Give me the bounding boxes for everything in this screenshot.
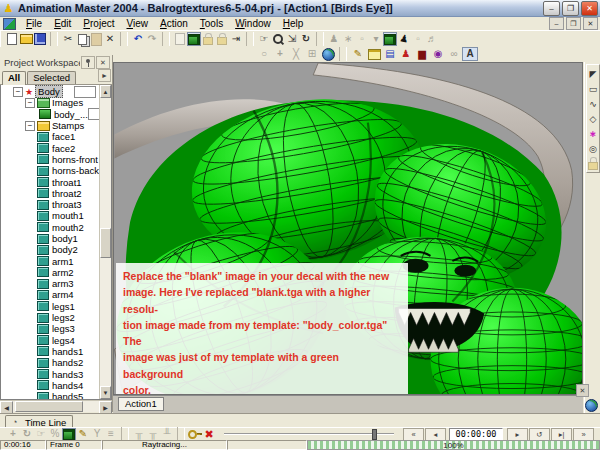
menu-item[interactable]: Window — [229, 18, 277, 30]
scroll-thumb[interactable] — [15, 401, 83, 412]
lock-tool-icon[interactable] — [587, 156, 600, 171]
move-manipulator-icon[interactable]: + — [272, 47, 288, 61]
window-mode-icon[interactable] — [366, 47, 382, 61]
tree-row-stamp[interactable]: arm2 — [1, 267, 99, 278]
workspace-tab[interactable]: All — [2, 71, 26, 85]
tree-row-stamp[interactable]: face2 — [1, 142, 99, 153]
title-bar[interactable]: ♟ Animation Master 2004 - Balrogtextures… — [0, 0, 600, 17]
frames-list-icon[interactable]: ≡ — [104, 428, 118, 440]
delete-keyframe-icon[interactable]: ✖ — [202, 428, 216, 440]
menu-item[interactable]: View — [120, 18, 154, 30]
menu-item[interactable]: Action — [154, 18, 194, 30]
pan-hand-icon[interactable]: ☞ — [257, 32, 271, 46]
tree-row-stamp[interactable]: horns-back — [1, 165, 99, 176]
jump-end-icon[interactable]: » — [573, 428, 594, 441]
turn-view-icon[interactable]: ↻ — [299, 32, 313, 46]
add-spline-icon[interactable]: ✎ — [350, 47, 366, 61]
render-options-icon[interactable]: ▫ — [411, 32, 425, 46]
delete-icon[interactable]: ✕ — [103, 32, 117, 46]
prev-frame-icon[interactable]: ◂ — [425, 428, 446, 441]
collapse-icon[interactable] — [13, 87, 23, 97]
web-globe-icon[interactable] — [584, 398, 599, 413]
tree-row-stamp[interactable]: hands5 — [1, 391, 99, 399]
tree-row-stamp[interactable]: mouth1 — [1, 210, 99, 221]
scroll-up-icon[interactable]: ▲ — [100, 85, 111, 98]
keyframe-column2-icon[interactable]: ╥ — [146, 428, 160, 440]
tree-row-stamp[interactable]: throat3 — [1, 199, 99, 210]
tree-vertical-scrollbar[interactable]: ▲ ▼ — [99, 85, 111, 399]
tree-label-body[interactable]: Body — [35, 85, 63, 98]
workspace-close-icon[interactable]: ✕ — [96, 56, 110, 69]
lock-icon[interactable] — [201, 32, 215, 46]
menu-item[interactable]: Help — [277, 18, 310, 30]
jump-start-icon[interactable]: « — [403, 428, 424, 441]
tree-row-stamp[interactable]: hands2 — [1, 357, 99, 368]
fit-view-icon[interactable]: ⇲ — [285, 32, 299, 46]
polygon-lasso-tool-icon[interactable]: ◇ — [587, 111, 600, 126]
scale-manipulator-icon[interactable]: ╳ — [288, 47, 304, 61]
minimize-button[interactable]: – — [543, 1, 560, 16]
character-icon[interactable]: ♟ — [327, 32, 341, 46]
sphere-icon[interactable]: ◉ — [430, 47, 446, 61]
save-icon[interactable] — [33, 32, 47, 46]
redo-icon[interactable]: ↷ — [145, 32, 159, 46]
viewport[interactable]: Replace the "blank" image in your decal … — [113, 62, 583, 395]
figure-icon[interactable]: ♟ — [398, 47, 414, 61]
collapse-icon[interactable] — [25, 98, 35, 108]
tree-row-stamp[interactable]: hands3 — [1, 368, 99, 379]
close-button[interactable]: ✕ — [581, 1, 598, 16]
pointer-tool-icon[interactable]: ◤ — [587, 66, 600, 81]
image-mode-icon[interactable] — [187, 32, 201, 46]
menu-item[interactable]: Edit — [48, 18, 77, 30]
hand-mode-icon[interactable]: ☞ — [34, 428, 48, 440]
slider-thumb[interactable] — [372, 429, 377, 440]
loop-icon[interactable]: ↺ — [529, 428, 550, 441]
tree-row-stamp[interactable]: arm4 — [1, 289, 99, 300]
new-file-icon[interactable] — [5, 32, 19, 46]
tree-row-image-item[interactable]: body_... — [1, 109, 99, 120]
workspace-tab[interactable]: Selected — [27, 71, 76, 84]
tree-label-image-item[interactable]: body_... — [54, 109, 88, 120]
keyframe-column-icon[interactable]: ╥ — [132, 428, 146, 440]
menu-item[interactable]: Project — [77, 18, 120, 30]
tree-horizontal-scrollbar[interactable]: ◀ ▶ — [0, 400, 112, 412]
child-restore-button[interactable]: ❐ — [566, 17, 581, 30]
tree-row-stamp[interactable]: legs1 — [1, 301, 99, 312]
translate-mode-icon[interactable]: + — [6, 428, 20, 440]
render-panel-icon[interactable]: ▆ — [414, 47, 430, 61]
text-tool-icon[interactable]: A — [462, 47, 478, 61]
tree-row-stamp[interactable]: horns-front — [1, 154, 99, 165]
tree-row-stamp[interactable]: legs3 — [1, 323, 99, 334]
tab-scroll-button[interactable] — [98, 69, 111, 82]
zoom-magnifier-icon[interactable] — [271, 32, 285, 46]
lock-alt-icon[interactable] — [215, 32, 229, 46]
paste-icon[interactable] — [89, 32, 103, 46]
ground-icon[interactable]: ╨ — [160, 428, 174, 440]
rotate-manipulator-icon[interactable]: ○ — [256, 47, 272, 61]
tree-row-stamp[interactable]: hands4 — [1, 380, 99, 391]
tree-row-stamp[interactable]: body2 — [1, 244, 99, 255]
dynamics-icon[interactable]: ▾ — [369, 32, 383, 46]
spray-tool-icon[interactable]: ∗ — [587, 126, 600, 141]
ring-tool-icon[interactable]: ◎ — [587, 141, 600, 156]
next-frame-icon[interactable]: ▸| — [551, 428, 572, 441]
chart-icon[interactable]: ▤ — [382, 47, 398, 61]
tree-label-stamps[interactable]: Stamps — [52, 120, 84, 131]
restore-button[interactable]: ❐ — [562, 1, 579, 16]
pin-icon[interactable] — [81, 56, 95, 69]
scroll-thumb[interactable] — [100, 228, 111, 258]
tree-label-images[interactable]: Images — [52, 97, 83, 108]
tree-row-stamp[interactable]: throat1 — [1, 176, 99, 187]
tree-row-stamp[interactable]: face1 — [1, 131, 99, 142]
tree-row-stamp[interactable]: throat2 — [1, 188, 99, 199]
copy-icon[interactable] — [75, 32, 89, 46]
link-icon[interactable]: ∞ — [446, 47, 462, 61]
play-icon[interactable]: ▸ — [507, 428, 528, 441]
muscle-mode-icon[interactable]: ∗ — [341, 32, 355, 46]
tree-row-stamp[interactable]: body1 — [1, 233, 99, 244]
child-minimize-button[interactable]: – — [549, 17, 564, 30]
mdi-child-icon[interactable] — [3, 18, 16, 30]
cut-icon[interactable]: ✂ — [61, 32, 75, 46]
turn-mode-icon[interactable]: ↻ — [20, 428, 34, 440]
lasso-tool-icon[interactable]: ∿ — [587, 96, 600, 111]
